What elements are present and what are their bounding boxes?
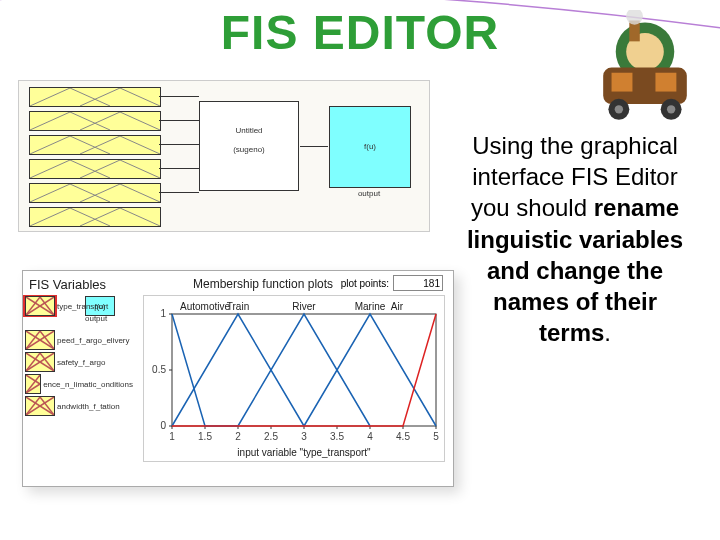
svg-line-33 [80, 208, 120, 226]
svg-rect-9 [655, 73, 676, 92]
input-var-label: type_transport [57, 302, 108, 311]
fis-system-type: (sugeno) [233, 145, 265, 154]
svg-line-23 [30, 160, 70, 178]
input-var-label: ence_n_limatic_onditions [43, 380, 133, 389]
svg-line-11 [30, 88, 70, 106]
output-var-label: output [85, 314, 107, 323]
svg-line-39 [26, 331, 40, 349]
svg-rect-55 [172, 314, 436, 426]
svg-text:1: 1 [169, 431, 175, 442]
svg-line-52 [40, 397, 54, 415]
svg-point-6 [667, 105, 675, 113]
svg-text:2: 2 [235, 431, 241, 442]
fis-input-box: type_transport [29, 87, 161, 107]
fis-output-label: output [329, 189, 409, 198]
input-var-label: andwidth_f_tation [57, 402, 120, 411]
svg-text:3: 3 [301, 431, 307, 442]
plot-points-input[interactable] [393, 275, 443, 291]
svg-text:0.5: 0.5 [152, 364, 166, 375]
fis-output-box: f(u) [329, 106, 411, 188]
svg-line-51 [26, 397, 40, 415]
svg-rect-10 [612, 73, 633, 92]
svg-point-5 [615, 105, 623, 113]
fis-diagram-screenshot: type_transport the_peed_f_argo_elivery s… [18, 80, 430, 232]
svg-text:0: 0 [160, 420, 166, 431]
svg-line-35 [26, 297, 40, 315]
svg-line-27 [30, 184, 70, 202]
svg-line-14 [120, 88, 160, 106]
svg-line-44 [40, 353, 54, 371]
fis-input-box: safety_f_argo [29, 135, 161, 155]
body-tail: . [604, 319, 611, 346]
svg-line-29 [80, 184, 120, 202]
svg-line-26 [120, 160, 160, 178]
svg-text:Air: Air [391, 301, 404, 312]
svg-text:4.5: 4.5 [396, 431, 410, 442]
svg-line-40 [40, 331, 54, 349]
svg-line-34 [120, 208, 160, 226]
svg-line-28 [70, 184, 110, 202]
svg-line-25 [80, 160, 120, 178]
fis-system-name: Untitled [200, 126, 298, 135]
svg-line-31 [30, 208, 70, 226]
svg-line-21 [80, 136, 120, 154]
svg-text:4: 4 [367, 431, 373, 442]
svg-text:5: 5 [433, 431, 439, 442]
membership-panel: FIS Variables f(u) type_transport output… [22, 270, 454, 487]
svg-point-8 [626, 10, 643, 25]
svg-line-43 [26, 353, 40, 371]
svg-text:2.5: 2.5 [264, 431, 278, 442]
fis-vars-list: f(u) type_transport output peed_f_argo_e… [23, 295, 133, 417]
fis-vars-title: FIS Variables [29, 277, 106, 292]
train-clipart [580, 10, 710, 125]
membership-chart: 00.5111.522.533.544.55AutomotiveTrainRiv… [143, 295, 445, 462]
input-var-icon [25, 352, 55, 372]
svg-text:Marine: Marine [355, 301, 386, 312]
svg-line-22 [120, 136, 160, 154]
svg-text:1.5: 1.5 [198, 431, 212, 442]
input-var-icon [25, 396, 55, 416]
svg-line-32 [70, 208, 110, 226]
input-var-icon [25, 374, 41, 394]
svg-line-12 [70, 88, 110, 106]
fis-input-box: dependence_n_limatic_onditions [29, 159, 161, 179]
svg-line-30 [120, 184, 160, 202]
svg-line-16 [70, 112, 110, 130]
fis-input-label: the_rate_f_argo_hipping [160, 212, 161, 219]
fis-system-box: Untitled (sugeno) [199, 101, 299, 191]
svg-line-47 [26, 375, 40, 393]
body-text: Using the graphical interface FIS Editor… [460, 130, 710, 348]
svg-text:River: River [292, 301, 316, 312]
svg-line-13 [80, 88, 120, 106]
svg-line-20 [70, 136, 110, 154]
input-var-icon [25, 330, 55, 350]
svg-text:Automotive: Automotive [180, 301, 230, 312]
input-var-label: peed_f_argo_elivery [57, 336, 130, 345]
mf-plot-title: Membership function plots [193, 277, 333, 291]
svg-line-24 [70, 160, 110, 178]
plot-points-label: plot points: [341, 278, 389, 289]
svg-text:input variable "type_transport: input variable "type_transport" [237, 447, 371, 458]
svg-line-17 [80, 112, 120, 130]
input-var-icon [25, 296, 55, 316]
svg-line-15 [30, 112, 70, 130]
svg-text:Train: Train [227, 301, 249, 312]
fis-input-box: the_peed_f_argo_elivery [29, 111, 161, 131]
svg-line-36 [40, 297, 54, 315]
svg-text:3.5: 3.5 [330, 431, 344, 442]
svg-line-18 [120, 112, 160, 130]
fis-input-box: bandwidth_f_tation [29, 183, 161, 203]
svg-line-19 [30, 136, 70, 154]
input-var-label: safety_f_argo [57, 358, 105, 367]
fis-input-box: the_rate_f_argo_hipping [29, 207, 161, 227]
svg-text:1: 1 [160, 308, 166, 319]
